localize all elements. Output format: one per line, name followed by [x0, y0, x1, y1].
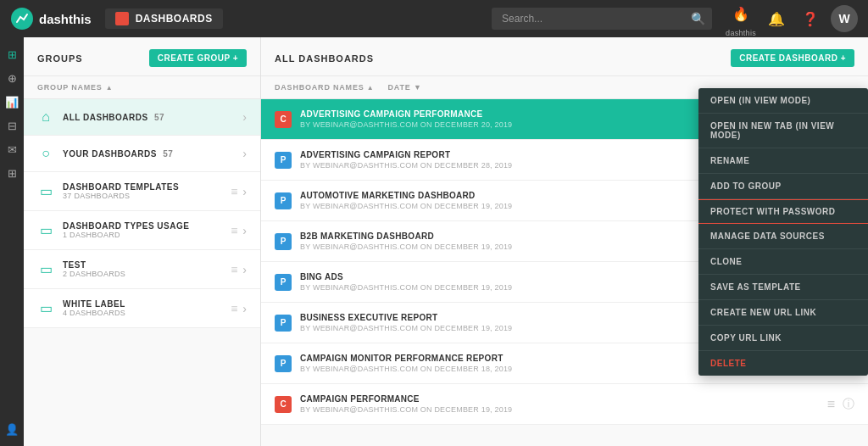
dashboards-nav-button[interactable]: DASHBOARDS — [105, 8, 223, 29]
ctx-open-view-mode[interactable]: OPEN (IN VIEW MODE) — [698, 88, 868, 114]
ctx-rename[interactable]: RENAME — [698, 148, 868, 174]
ctx-save-template[interactable]: SAVE AS TEMPLATE — [698, 275, 868, 300]
sidebar-icon-chart[interactable]: 📊 — [2, 92, 22, 112]
group-item-test[interactable]: ▭ TEST 2 DASHBOARDS ≡ › — [24, 250, 260, 289]
chevron-right-icon: › — [242, 110, 247, 124]
nav-icons-group: 🔥 dashthis 🔔 ❓ W — [726, 0, 858, 37]
person-icon: ○ — [37, 146, 54, 161]
groups-panel-title: GROUPS — [37, 53, 83, 64]
group-item-label: WHITE LABEL — [63, 299, 125, 309]
group-item-dashboard-types[interactable]: ▭ DASHBOARD TYPES USAGE 1 DASHBOARD ≡ › — [24, 211, 260, 250]
sidebar-icon-envelope[interactable]: ✉ — [2, 139, 22, 159]
dashboards-panel-header: ALL DASHBOARDS CREATE DASHBOARD + — [261, 37, 868, 76]
date-col: DATE ▼ — [388, 83, 422, 92]
hamburger-icon[interactable]: ≡ — [231, 302, 237, 315]
sidebar-icon-calc[interactable]: ⊟ — [2, 115, 22, 136]
sort-arrow-icon: ▲ — [367, 84, 375, 92]
group-item-label: YOUR DASHBOARDS 57 — [63, 149, 173, 159]
dashboards-panel: ALL DASHBOARDS CREATE DASHBOARD + DASHBO… — [261, 37, 868, 446]
search-input[interactable] — [492, 8, 712, 30]
create-group-button[interactable]: CREATE GROUP + — [149, 49, 247, 67]
ctx-copy-url[interactable]: COPY URL LINK — [698, 326, 868, 351]
context-menu-trigger[interactable]: ≡ — [827, 397, 836, 412]
folder-icon: ▭ — [37, 261, 54, 277]
badge-p-icon: P — [275, 233, 292, 250]
dash-item-meta: BY WEBINAR@DASHTHIS.COM ON DECEMBER 19, … — [300, 283, 512, 292]
ctx-delete[interactable]: DELETE — [698, 351, 868, 376]
chevron-right-icon: › — [242, 185, 247, 198]
dash-item-title: B2B MARKETING DASHBOARD — [300, 231, 512, 241]
fire-icon-wrapper: 🔥 dashthis — [726, 0, 756, 37]
group-item-your-dashboards[interactable]: ○ YOUR DASHBOARDS 57 › — [24, 136, 260, 172]
folder-icon: ▭ — [37, 300, 54, 316]
dash-item-title: BING ADS — [300, 272, 512, 282]
dash-item-title: AUTOMOTIVE MARKETING DASHBOARD — [300, 191, 512, 200]
left-sidebar: ⊞ ⊕ 📊 ⊟ ✉ ⊞ 👤 — [0, 37, 24, 446]
hamburger-icon[interactable]: ≡ — [231, 263, 237, 276]
chevron-right-icon: › — [242, 302, 247, 315]
group-item-white-label[interactable]: ▭ WHITE LABEL 4 DASHBOARDS ≡ › — [24, 289, 260, 328]
badge-p-icon: P — [275, 152, 292, 169]
chevron-right-icon: › — [242, 147, 247, 160]
sidebar-icon-table[interactable]: ⊞ — [2, 163, 22, 183]
content-area: GROUPS CREATE GROUP + GROUP NAMES ▲ ⌂ AL… — [24, 37, 868, 446]
group-item-sub: 1 DASHBOARD — [63, 231, 189, 239]
folder-icon: ▭ — [37, 183, 54, 199]
dash-item-meta: BY WEBINAR@DASHTHIS.COM ON DECEMBER 19, … — [300, 324, 512, 332]
group-item-sub: 37 DASHBOARDS — [63, 192, 179, 200]
main-container: ⊞ ⊕ 📊 ⊟ ✉ ⊞ 👤 GROUPS CREATE GROUP + GROU… — [0, 37, 868, 446]
folder-icon: ▭ — [37, 222, 54, 238]
context-menu: OPEN (IN VIEW MODE) OPEN IN NEW TAB (IN … — [698, 88, 868, 376]
ctx-clone[interactable]: CLONE — [698, 249, 868, 275]
info-icon[interactable]: ⓘ — [843, 397, 854, 412]
groups-panel-header: GROUPS CREATE GROUP + — [24, 37, 260, 76]
dashboard-names-col: DASHBOARD NAMES ▲ — [275, 83, 375, 92]
dash-item-meta: BY WEBINAR@DASHTHIS.COM ON DECEMBER 28, … — [300, 161, 512, 170]
sort-arrow-date-icon: ▼ — [414, 83, 422, 92]
badge-p-icon: P — [275, 315, 292, 332]
dash-item-meta: BY WEBINAR@DASHTHIS.COM ON DECEMBER 20, … — [300, 120, 512, 129]
dash-item-title: BUSINESS EXECUTIVE REPORT — [300, 313, 512, 322]
sidebar-icon-user-add[interactable]: 👤 — [2, 419, 22, 439]
group-item-dashboard-templates[interactable]: ▭ DASHBOARD TEMPLATES 37 DASHBOARDS ≡ › — [24, 172, 260, 211]
dash-item-meta: BY WEBINAR@DASHTHIS.COM ON DECEMBER 19, … — [300, 243, 512, 251]
badge-p-icon: P — [275, 192, 292, 209]
ctx-protect-password[interactable]: PROTECT WITH PASSWORD — [698, 199, 868, 224]
flame-icon[interactable]: 🔥 — [727, 0, 754, 27]
badge-c-icon: C — [275, 111, 292, 128]
user-avatar[interactable]: W — [831, 5, 858, 32]
group-item-label: DASHBOARD TYPES USAGE — [63, 221, 189, 231]
ctx-add-to-group[interactable]: ADD TO GROUP — [698, 174, 868, 199]
group-item-all-dashboards[interactable]: ⌂ ALL DASHBOARDS 57 › — [24, 99, 260, 136]
dash-item-campaign-performance[interactable]: C CAMPAIGN PERFORMANCE BY WEBINAR@DASHTH… — [261, 384, 868, 425]
sidebar-icon-search[interactable]: ⊕ — [2, 68, 22, 88]
ctx-manage-data-sources[interactable]: MANAGE DATA SOURCES — [698, 224, 868, 249]
sidebar-icon-grid[interactable]: ⊞ — [2, 44, 22, 64]
badge-p-icon: P — [275, 355, 292, 372]
ctx-open-new-tab[interactable]: OPEN IN NEW TAB (IN VIEW MODE) — [698, 114, 868, 148]
app-logo[interactable]: dashthis — [10, 7, 92, 31]
group-item-label: TEST — [63, 260, 125, 270]
hamburger-icon[interactable]: ≡ — [231, 185, 237, 198]
hamburger-icon[interactable]: ≡ — [231, 224, 237, 237]
help-icon[interactable]: ❓ — [797, 5, 824, 32]
search-bar: 🔍 — [492, 8, 712, 30]
dash-item-title: CAMPAIGN PERFORMANCE — [300, 394, 512, 404]
dash-item-meta: BY WEBINAR@DASHTHIS.COM ON DECEMBER 18, … — [300, 365, 512, 373]
group-names-column-header: GROUP NAMES ▲ — [24, 76, 260, 99]
sort-arrow-icon: ▲ — [106, 84, 114, 92]
ctx-create-url[interactable]: CREATE NEW URL LINK — [698, 300, 868, 326]
chevron-right-icon: › — [242, 263, 247, 276]
dash-item-title: CAMPAIGN MONITOR PERFORMANCE REPORT — [300, 354, 512, 363]
search-icon[interactable]: 🔍 — [691, 12, 705, 25]
group-item-label: DASHBOARD TEMPLATES — [63, 182, 179, 192]
dash-item-title: ADVERTISING CAMPAIGN REPORT — [300, 150, 512, 159]
create-dashboard-button[interactable]: CREATE DASHBOARD + — [731, 49, 854, 67]
dash-item-meta: BY WEBINAR@DASHTHIS.COM ON DECEMBER 19, … — [300, 405, 512, 414]
dash-item-meta: BY WEBINAR@DASHTHIS.COM ON DECEMBER 19, … — [300, 202, 512, 210]
group-item-sub: 4 DASHBOARDS — [63, 309, 125, 317]
notification-bell-icon[interactable]: 🔔 — [763, 5, 790, 32]
badge-p-icon: P — [275, 274, 292, 291]
logo-text: dashthis — [39, 12, 92, 26]
house-icon: ⌂ — [37, 109, 54, 125]
